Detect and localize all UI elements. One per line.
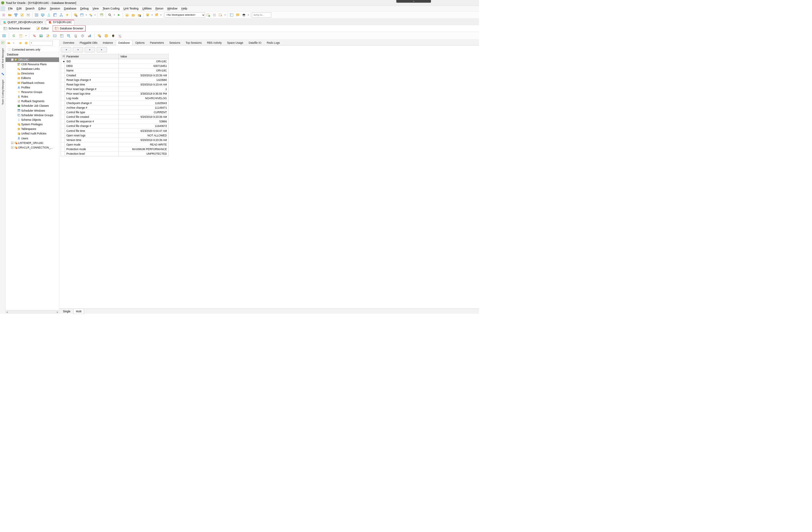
detail-tab-sessions[interactable]: Sessions [167,40,183,45]
new-db-button[interactable] [18,41,23,45]
tree-node-child[interactable]: Editions [5,76,59,80]
dbb-ora-xml-button[interactable]: {x,}ORA [117,33,123,39]
tree-node-child[interactable]: System Privileges [5,122,59,127]
grid-row[interactable]: Prior reset logs change #1 [61,87,168,91]
tree-node-child[interactable]: Unified Audit Policies [5,131,59,136]
menu-item-team-coding[interactable]: Team Coding [101,6,121,11]
db-cylinder-button[interactable] [24,41,28,45]
detail-tab-redo-logs[interactable]: Redo Logs [264,40,282,45]
editor-toolbar-button[interactable] [19,12,25,18]
menu-item-view[interactable]: View [91,6,101,11]
rail-tab-team-coding[interactable]: Team Coding Manager [1,78,4,106]
grid-row[interactable]: Log modeNOARCHIVELOG [61,96,168,101]
connection-tab-quest-dev[interactable]: QUEST_DEV@ORA18CDEV [1,19,45,25]
grid-row[interactable]: NameORA18C [61,68,168,73]
tree-node-child[interactable]: Rollback Segments [5,99,59,103]
menu-item-unit-testing[interactable]: Unit Testing [121,6,140,11]
grid-column-value[interactable]: Value [119,54,168,59]
tree-node-oraclr[interactable]: + ORACLR_CONNECTION_... [5,145,59,150]
tree-node-child[interactable]: Directories [5,71,59,76]
nav-prev-button[interactable] [73,47,83,53]
menu-item-utilities[interactable]: Utilities [140,6,153,11]
grid-row[interactable]: Protection modeMAXIMUM PERFORMANCE [61,147,168,152]
grid-row[interactable]: Created5/20/2019 9:23:39 AM [61,73,168,78]
dropdown-arrow[interactable] [151,14,153,16]
grid-row[interactable]: Checkpoint change #11625543 [61,101,168,105]
workspace-select[interactable]: <No Workspace selected> [164,12,205,17]
dbb-schema-grid-button[interactable] [59,33,65,39]
options-button[interactable] [229,12,235,18]
grid-row[interactable]: Archive change #11148471 [61,105,168,110]
dbb-report-button[interactable] [18,33,24,39]
view-tab-editor[interactable]: Editor [34,26,50,31]
tree-node-child[interactable]: CDB Resource Plans [5,62,59,67]
tree-node-child[interactable]: Roles [5,94,59,99]
detail-tab-top-sessions[interactable]: Top Sessions [183,40,204,45]
tree-node-child[interactable]: Resource Groups [5,90,59,94]
dbb-globe-button[interactable] [79,33,86,39]
scroll-left-icon[interactable]: < [6,311,8,313]
grid-row[interactable]: Open modeREAD WRITE [61,142,168,147]
dbb-monitor-flask-button[interactable] [66,33,72,39]
dropdown-arrow[interactable] [224,14,226,16]
dbb-image-button[interactable] [38,33,44,39]
inspector-button[interactable] [107,12,113,18]
connected-only-toggle[interactable]: Connected servers only [5,47,59,52]
schema-browser-toolbar-button[interactable] [13,12,19,18]
grid-row[interactable]: Control file time6/23/2020 6:04:47 AM [61,129,168,133]
menu-item-window[interactable]: Window [165,6,179,11]
detail-tab-pluggable-dbs[interactable]: Pluggable DBs [77,40,100,45]
chat-button[interactable] [235,12,241,18]
graduation-button[interactable] [241,12,247,18]
menu-item-file[interactable]: File [6,6,15,11]
connection-tab-sys[interactable]: SYS@ORA18C [46,19,74,25]
menu-item-help[interactable]: Help [179,6,189,11]
sql-editor-button[interactable]: SQL [26,12,31,18]
dbb-edit-button[interactable] [45,33,51,39]
dropdown-arrow[interactable] [25,35,27,37]
basket-button[interactable] [130,12,136,18]
dropdown-arrow[interactable] [160,14,162,16]
detail-tab-rbs-activity[interactable]: RBS Activity [205,40,224,45]
tree-node-child[interactable]: Database Links [5,67,59,71]
bottom-tab-multi[interactable]: Multi [73,309,84,314]
tree-node-ora18c[interactable]: − ORA18C [5,57,59,62]
mdi-document-icon[interactable] [1,6,5,11]
detail-tab-options[interactable]: Options [133,40,147,45]
grid-row[interactable]: Reset logs time5/20/2019 9:23:44 AM [61,82,168,87]
grid-row[interactable]: Version time5/20/2019 9:23:39 AM [61,138,168,142]
explain-plan-button[interactable] [58,12,64,18]
commit-button[interactable] [145,12,151,18]
grid-column-parameter[interactable]: Parameter [65,54,119,59]
tree-node-child[interactable]: Schema Objects [5,117,59,122]
workspace-delete-button[interactable]: × [218,12,223,18]
dropdown-arrow[interactable] [12,42,15,44]
tree-expand-icon[interactable]: + [11,146,13,148]
execute-button[interactable] [64,12,71,18]
tree-node-child[interactable]: Scheduler Window Groups [5,113,59,117]
basket-lock-button[interactable] [136,12,142,18]
grid-row[interactable]: Control file change #11640672 [61,124,168,128]
grid-row[interactable]: Reset logs change #1423580 [61,78,168,82]
new-connection-button[interactable] [1,12,6,18]
grid-row[interactable]: SIDORA18C [61,59,168,64]
detail-tab-overview[interactable]: Overview [60,40,77,45]
grid-indicator-header[interactable] [61,54,65,59]
open-file-button[interactable] [7,12,13,18]
dropdown-arrow[interactable] [247,14,249,16]
menu-item-database[interactable]: Database [62,6,78,11]
nav-last-button[interactable] [97,47,107,53]
bottom-tab-single[interactable]: Single [60,309,73,314]
workspace-add-button[interactable]: + [205,12,212,18]
tree-node-child[interactable]: Flashback Archives [5,81,59,85]
grid-row[interactable]: Open reset logsNOT ALLOWED [61,133,168,138]
dbb-database-button[interactable] [103,33,109,39]
pivot-button[interactable] [52,12,58,18]
tree-horizontal-scrollbar[interactable]: < > [5,310,59,314]
session-browser-button[interactable] [33,12,40,18]
tree-node-child[interactable]: Tablespaces [5,127,59,131]
dbb-grid-button[interactable] [52,33,58,39]
grid-row[interactable]: Protection levelUNPROTECTED [61,152,168,156]
tree-node-child[interactable]: Users [5,136,59,141]
menu-item-debug[interactable]: Debug [78,6,91,11]
